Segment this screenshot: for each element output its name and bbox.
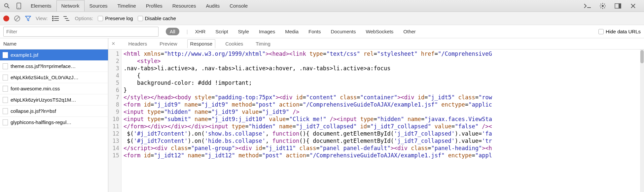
view-label: View: <box>36 16 48 21</box>
filter-funnel-icon[interactable] <box>25 16 31 21</box>
file-name: collapse.js.jsf?ln=bsf <box>11 108 56 114</box>
file-icon <box>3 63 8 69</box>
svg-rect-24 <box>52 20 54 21</box>
filter-types: XHRScriptStyleImagesMediaFontsDocumentsW… <box>195 29 416 34</box>
filter-bar: All | XHRScriptStyleImagesMediaFontsDocu… <box>0 25 644 38</box>
svg-line-19 <box>15 16 19 20</box>
file-icon <box>3 86 8 92</box>
svg-rect-21 <box>54 16 59 17</box>
panel-tabs: ElementsNetworkSourcesTimelineProfilesRe… <box>26 0 253 12</box>
request-list: example1.jsftheme.css.jsf?ln=primeface…e… <box>0 49 108 192</box>
svg-line-1 <box>8 7 9 8</box>
network-toolbar: View: Options: Preserve log Disable cach… <box>0 12 644 25</box>
line-gutter: 123456789101112131415 <box>108 49 122 192</box>
file-name: font-awesome.min.css <box>11 86 60 91</box>
request-row[interactable]: eNpLKk6zyirUzyosTS2q1M… <box>0 94 108 106</box>
file-name: theme.css.jsf?ln=primeface… <box>11 63 76 69</box>
tab-timeline[interactable]: Timeline <box>113 0 141 12</box>
svg-line-11 <box>604 7 605 8</box>
filter-script[interactable]: Script <box>215 29 228 34</box>
request-row[interactable]: font-awesome.min.css <box>0 83 108 94</box>
tab-elements[interactable]: Elements <box>26 0 56 12</box>
request-row[interactable]: collapse.js.jsf?ln=bsf <box>0 106 108 117</box>
svg-rect-27 <box>65 18 68 19</box>
request-row[interactable]: eNpLKk6zSi4u1k_OL0rVAzJ… <box>0 72 108 83</box>
filter-documents[interactable]: Documents <box>331 29 356 34</box>
sidebar-header[interactable]: Name <box>0 38 108 49</box>
svg-rect-15 <box>619 4 621 8</box>
file-icon <box>3 108 8 114</box>
content-area: Name example1.jsftheme.css.jsf?ln=primef… <box>0 38 644 192</box>
svg-rect-26 <box>63 16 67 17</box>
svg-line-13 <box>604 4 605 4</box>
filter-style[interactable]: Style <box>238 29 249 34</box>
file-name: eNpLKk6zSi4u1k_OL0rVAzJ… <box>11 75 79 80</box>
subtab-preview[interactable]: Preview <box>157 40 180 48</box>
svg-point-0 <box>5 4 8 7</box>
disable-cache-label: Disable cache <box>145 16 176 21</box>
view-list-icon[interactable] <box>52 16 59 21</box>
view-waterfall-icon[interactable] <box>63 16 70 21</box>
options-label: Options: <box>75 16 93 21</box>
file-icon <box>3 75 8 80</box>
svg-rect-20 <box>52 16 54 17</box>
clear-icon[interactable] <box>14 15 20 22</box>
subtab-response[interactable]: Response <box>187 39 216 48</box>
filter-websockets[interactable]: WebSockets <box>366 29 393 34</box>
filter-media[interactable]: Media <box>285 29 299 34</box>
preserve-log-label: Preserve log <box>105 16 133 21</box>
file-name: example1.jsf <box>11 52 38 58</box>
svg-rect-28 <box>66 20 69 21</box>
svg-rect-22 <box>52 18 54 19</box>
svg-rect-25 <box>54 20 59 21</box>
filter-all[interactable]: All <box>166 28 179 35</box>
tab-profiles[interactable]: Profiles <box>141 0 167 12</box>
file-icon <box>3 52 8 58</box>
vertical-scrollbar[interactable] <box>640 49 644 192</box>
file-icon <box>3 119 8 125</box>
svg-rect-23 <box>54 18 59 19</box>
preserve-log-checkbox[interactable] <box>98 16 103 21</box>
filter-input[interactable] <box>3 27 159 37</box>
main-pane: × HeadersPreviewResponseCookiesTiming 12… <box>108 38 644 192</box>
subtab-timing[interactable]: Timing <box>253 40 273 48</box>
request-row[interactable]: example1.jsf <box>0 49 108 61</box>
filter-images[interactable]: Images <box>259 29 275 34</box>
tab-network[interactable]: Network <box>56 0 85 12</box>
hide-data-urls-label: Hide data URLs <box>606 29 641 34</box>
request-sidebar: Name example1.jsftheme.css.jsf?ln=primef… <box>0 38 108 192</box>
filter-fonts[interactable]: Fonts <box>308 29 321 34</box>
device-icon[interactable] <box>14 1 24 11</box>
detail-tabs: × HeadersPreviewResponseCookiesTiming <box>108 38 644 49</box>
tab-audits[interactable]: Audits <box>201 0 225 12</box>
svg-point-5 <box>602 5 604 7</box>
close-devtools-icon[interactable] <box>628 1 638 11</box>
file-name: glyphicons-halflings-regul… <box>11 119 71 125</box>
subtab-cookies[interactable]: Cookies <box>223 40 246 48</box>
svg-line-12 <box>601 7 601 8</box>
request-row[interactable]: glyphicons-halflings-regul… <box>0 117 108 128</box>
svg-point-3 <box>18 8 19 8</box>
devtools-topbar: ElementsNetworkSourcesTimelineProfilesRe… <box>0 0 644 12</box>
filter-other[interactable]: Other <box>403 29 416 34</box>
settings-gear-icon[interactable] <box>598 1 608 11</box>
scroll-thumb[interactable] <box>640 50 644 63</box>
record-button[interactable] <box>3 16 9 21</box>
svg-line-10 <box>601 4 601 4</box>
tab-console[interactable]: Console <box>225 0 253 12</box>
close-detail-icon[interactable]: × <box>112 40 115 47</box>
disable-cache-checkbox[interactable] <box>138 16 143 21</box>
hide-data-urls-checkbox[interactable] <box>598 29 604 34</box>
file-name: eNpLKk6zyirUzyosTS2q1M… <box>11 97 76 103</box>
dock-side-icon[interactable] <box>613 1 623 11</box>
request-row[interactable]: theme.css.jsf?ln=primeface… <box>0 61 108 72</box>
code-content[interactable]: <html xmlns="http://www.w3.org/1999/xhtm… <box>122 49 644 192</box>
tab-resources[interactable]: Resources <box>167 0 201 12</box>
file-icon <box>3 97 8 103</box>
subtab-headers[interactable]: Headers <box>126 40 150 48</box>
console-drawer-icon[interactable] <box>583 1 592 11</box>
filter-xhr[interactable]: XHR <box>195 29 206 34</box>
search-icon[interactable] <box>2 1 12 11</box>
response-body: 123456789101112131415 <html xmlns="http:… <box>108 49 644 192</box>
tab-sources[interactable]: Sources <box>85 0 113 12</box>
